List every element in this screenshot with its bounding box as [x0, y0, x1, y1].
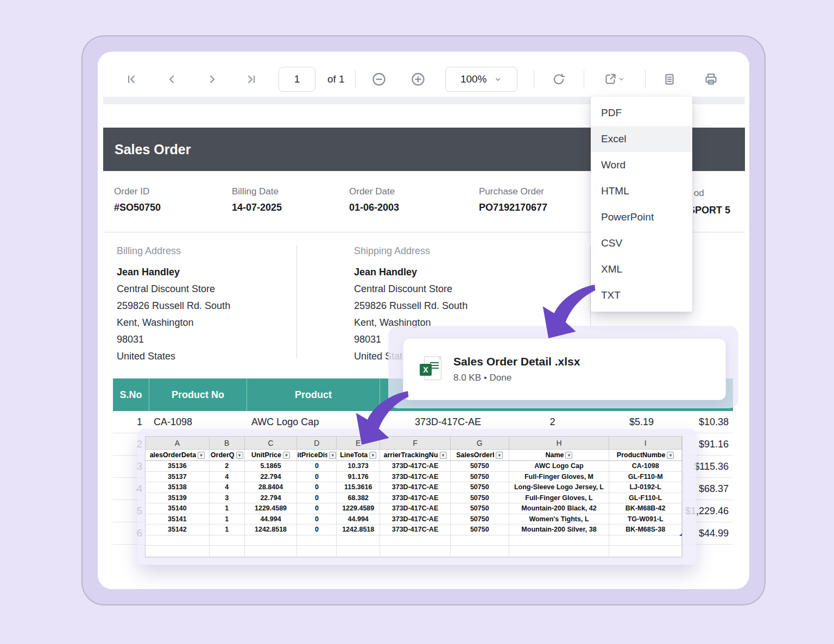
- fill-handle[interactable]: [679, 532, 683, 536]
- zoom-value: 100%: [460, 73, 487, 85]
- first-page-icon: [125, 73, 138, 86]
- sheet-cell-B: 4: [210, 482, 245, 493]
- document-map-button[interactable]: [661, 71, 678, 87]
- print-button[interactable]: [703, 71, 719, 87]
- sheet-row: 35141144.994044.994373D-417C-AE50750Wome…: [146, 514, 682, 525]
- export-menu: PDFExcelWordHTMLPowerPointCSVXMLTXT: [591, 97, 692, 312]
- excel-file-icon: X: [420, 356, 441, 382]
- filter-dropdown-button[interactable]: ▾: [283, 452, 290, 459]
- filter-dropdown-button[interactable]: ▾: [236, 452, 243, 459]
- sheet-header-label: OrderQ: [211, 451, 235, 459]
- download-status: 8.0 KB • Done: [453, 372, 580, 383]
- sheet-cell-D: 0: [297, 472, 337, 483]
- toolbar-divider: [534, 70, 534, 89]
- info-shipping-method-label-clip: Shipping Method: [693, 188, 745, 201]
- sheet-cell-H: Mountain-200 Black, 42: [509, 503, 610, 514]
- export-menu-item-html[interactable]: HTML: [591, 178, 692, 204]
- sheet-cell-empty: [245, 546, 298, 557]
- address-line: 98031: [117, 334, 230, 345]
- sheet-row: 35139322.794068.382373D-417C-AE50750Full…: [146, 493, 682, 504]
- info-label: Order ID: [114, 186, 161, 197]
- curved-arrow-to-download: [539, 281, 599, 338]
- export-menu-item-csv[interactable]: CSV: [591, 230, 692, 256]
- document-icon: [662, 72, 677, 86]
- export-menu-item-pdf[interactable]: PDF: [591, 100, 692, 126]
- address-line: 259826 Russell Rd. South: [354, 300, 467, 312]
- filter-dropdown-button[interactable]: ▾: [440, 452, 447, 459]
- sheet-cell-D: 0: [297, 525, 337, 535]
- filter-dropdown-button[interactable]: ▾: [496, 452, 503, 459]
- sheet-row: 35138428.84040115.3616373D-417C-AE50750L…: [146, 482, 682, 493]
- chevron-right-icon: [205, 73, 218, 86]
- sheet-header-B: OrderQ▾: [210, 450, 245, 461]
- sheet-cell-G: 50750: [451, 525, 509, 535]
- column-letter-B: B: [210, 437, 245, 450]
- sheet-cell-H: Long-Sleeve Logo Jersey, L: [509, 482, 610, 493]
- sheet-cell-C: 1229.4589: [245, 503, 298, 514]
- viewer-toolbar: 1 of 1 100%: [103, 61, 745, 97]
- previous-page-button[interactable]: [164, 71, 180, 87]
- sheet-cell-H: Full-Finger Gloves, L: [509, 493, 610, 504]
- sheet-cell-E: 1229.4589: [337, 503, 380, 514]
- sheet-cell-I: BK-M68B-42: [609, 503, 682, 514]
- sheet-cell-empty: [210, 546, 245, 557]
- sheet-cell-I: GL-F110-M: [609, 472, 682, 483]
- print-icon: [704, 72, 718, 86]
- sheet-cell-F: 373D-417C-AE: [380, 514, 451, 525]
- sheet-cell-I: BK-M68S-38: [609, 525, 682, 535]
- info-value: PO7192170677: [479, 202, 547, 213]
- sheet-cell-empty: [380, 535, 451, 546]
- sheet-cell-E: 10.373: [337, 461, 380, 472]
- spreadsheet-overlay: ABCDEFGHI alesOrderDeta▾OrderQ▾UnitPrice…: [137, 429, 697, 565]
- chevron-down-icon: [494, 75, 502, 84]
- page-number-input[interactable]: 1: [279, 67, 315, 92]
- chevron-left-icon: [166, 73, 179, 86]
- info-value: #SO50750: [114, 202, 161, 213]
- sheet-cell-D: 0: [297, 461, 337, 472]
- billing-address: Billing Address Jean Handley Central Dis…: [117, 245, 230, 362]
- refresh-icon: [552, 72, 566, 86]
- sheet-cell-A: 35139: [146, 493, 210, 504]
- info-value: 14-07-2025: [232, 202, 282, 213]
- table-header-s-no: S.No: [113, 378, 149, 411]
- filter-dropdown-button[interactable]: ▾: [667, 452, 674, 459]
- sheet-cell-A: 35137: [146, 472, 210, 483]
- next-page-button[interactable]: [204, 71, 220, 87]
- export-button[interactable]: [599, 71, 630, 87]
- export-menu-item-txt[interactable]: TXT: [591, 282, 692, 308]
- filter-dropdown-button[interactable]: ▾: [198, 452, 205, 459]
- address-label: Billing Address: [117, 245, 230, 257]
- sheet-cell-A: 35140: [146, 503, 210, 514]
- sheet-empty-row: [146, 535, 682, 546]
- sheet-cell-G: 50750: [451, 514, 509, 525]
- first-page-button[interactable]: [124, 71, 140, 87]
- sheet-cell-empty: [297, 535, 337, 546]
- zoom-select[interactable]: 100%: [445, 67, 517, 92]
- report-title: Sales Order: [115, 142, 191, 157]
- export-menu-item-excel[interactable]: Excel: [591, 126, 692, 152]
- sheet-cell-B: 1: [210, 525, 245, 535]
- info-billing-date: Billing Date 14-07-2025: [232, 186, 282, 213]
- info-shipping-method-value-clip: CARGO TRANSPORT 5: [693, 205, 745, 219]
- filter-dropdown-button[interactable]: ▾: [565, 452, 572, 459]
- zoom-out-button[interactable]: [371, 71, 387, 87]
- column-letter-G: G: [451, 437, 509, 450]
- curved-arrow-to-sheet: [352, 388, 413, 445]
- export-menu-item-powerpoint[interactable]: PowerPoint: [591, 204, 692, 230]
- status-text: Done: [489, 372, 511, 383]
- sheet-header-I: ProductNumbe▾: [609, 450, 682, 461]
- zoom-in-button[interactable]: [410, 71, 426, 87]
- sheet-cell-B: 4: [210, 472, 245, 483]
- refresh-button[interactable]: [551, 71, 567, 87]
- filter-dropdown-button[interactable]: ▾: [369, 452, 376, 459]
- download-card[interactable]: X Sales Order Detail .xlsx 8.0 KB • Done: [403, 338, 726, 400]
- page-count-label: of 1: [327, 73, 345, 85]
- export-menu-item-word[interactable]: Word: [591, 152, 692, 178]
- sheet-cell-D: 0: [297, 503, 337, 514]
- last-page-button[interactable]: [243, 71, 259, 87]
- sheet-cell-E: 91.176: [337, 472, 380, 483]
- sheet-cell-B: 1: [210, 503, 245, 514]
- filter-dropdown-button[interactable]: ▾: [329, 452, 336, 459]
- sheet-cell-I: LJ-0192-L: [609, 482, 682, 493]
- export-menu-item-xml[interactable]: XML: [591, 256, 692, 282]
